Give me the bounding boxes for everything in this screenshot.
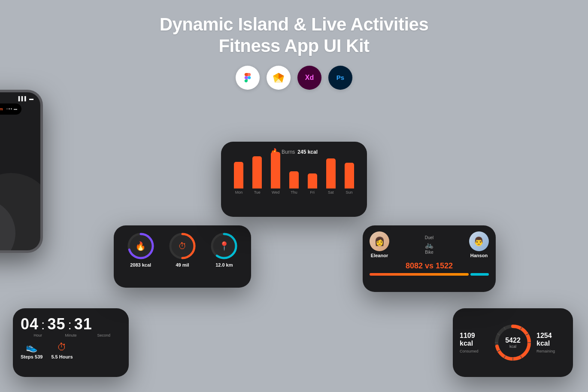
burns-widget: 🔥 Burns 245 kcal MonTueWedThuFriSatSun (221, 142, 367, 217)
timer-sep-2: : (68, 318, 71, 332)
bar-tue (252, 156, 262, 188)
duel-header: 👩 Eleanor Duel 🚲 Bike 👨 Hanson (370, 231, 489, 258)
ring-2: 📍 (210, 232, 238, 260)
circle-val-1: 49 mil (176, 262, 189, 267)
phone-bg (0, 152, 40, 250)
calories-center: 5422 kcal (505, 337, 521, 349)
duel-label: Duel (425, 235, 434, 240)
di-text: 16 m (0, 107, 3, 111)
bar-label-sat: Sat (328, 190, 334, 194)
remaining-side: 1254 kcal Remaining (536, 332, 566, 353)
hour-label: Hour (21, 333, 55, 337)
person2-name: Hanson (470, 253, 488, 258)
di-dot-3 (11, 108, 12, 109)
avatar-eleanor: 👩 (370, 231, 389, 251)
bar-col-fri: Fri (303, 173, 321, 194)
bar-label-sun: Sun (346, 190, 353, 194)
circle-item-1: ⏱ 49 mil (169, 232, 196, 267)
activity-circles-widget: 🔥 2083 kcal ⏱ 49 mil 📍 12.0 km (114, 225, 251, 288)
minute-label: Minute (55, 333, 88, 337)
bar-col-sat: Sat (321, 158, 340, 194)
timer-stats: 👟 Steps 539 ⏱ 5.5 Hours (21, 342, 121, 359)
duel-score: 8082 vs 1522 (370, 261, 489, 270)
duel-progress-bars (370, 273, 489, 276)
calories-ring: 5422 kcal (494, 323, 532, 362)
bar-label-fri: Fri (310, 190, 315, 194)
circle-icon-0: 🔥 (135, 241, 146, 251)
circles-row: 🔥 2083 kcal ⏱ 49 mil 📍 12.0 km (120, 232, 245, 267)
timer-widget: 04 : 35 : 31 Hour Minute Second 👟 Steps … (13, 308, 129, 377)
bar-col-tue: Tue (248, 156, 267, 194)
xd-label: Xd (305, 74, 314, 82)
signal-icon: ▌▌▌ (18, 96, 27, 101)
circle-val-0: 2083 kcal (130, 262, 151, 267)
circle-item-2: 📍 12.0 km (210, 232, 238, 267)
duel-person-2: 👨 Hanson (469, 231, 489, 258)
bar-fri (308, 173, 317, 188)
remaining-label: Remaining (536, 349, 566, 353)
bar-chart: MonTueWedThuFriSatSun (228, 160, 360, 194)
figma-icon (236, 66, 260, 90)
consumed-side: 1109 kcal Consumed (460, 332, 489, 353)
bar-col-wed: Wed (267, 152, 285, 194)
bar-col-sun: Sun (340, 163, 358, 194)
bar-thu (289, 171, 299, 188)
timer-sep-1: : (41, 318, 45, 332)
hours-stat: ⏱ 5.5 Hours (51, 342, 73, 359)
bar-label-thu: Thu (291, 190, 297, 194)
page-title: Dynamic Island & Live Activities Fitness… (0, 0, 588, 57)
hours-icon: ⏱ (57, 342, 67, 353)
status-icons: ▌▌▌ ▬ (18, 96, 33, 101)
ps-label: Ps (336, 74, 344, 81)
tool-icons-row: Xd Ps (0, 66, 588, 90)
second-label: Second (87, 333, 120, 337)
dynamic-island: 16 m ▬ (0, 103, 21, 115)
hours-label: 5.5 Hours (51, 354, 73, 359)
steps-icon: 👟 (26, 342, 37, 353)
duel-sport: Bike (425, 250, 433, 255)
bg-wave-2 (0, 173, 40, 250)
consumed-value: 1109 kcal (460, 332, 489, 347)
duel-score-text: 8082 vs 1522 (406, 261, 453, 270)
timer-minutes: 35 (47, 315, 65, 333)
status-bar: 9:41 ▌▌▌ ▬ (0, 92, 40, 103)
consumed-label: Consumed (460, 349, 489, 353)
ring-0: 🔥 (127, 232, 155, 260)
timer-hours: 04 (21, 315, 39, 333)
duel-bar-player2 (470, 273, 489, 276)
sketch-icon (267, 66, 291, 90)
di-indicators: ▬ (6, 107, 17, 111)
di-dot-2 (9, 108, 10, 109)
circle-val-2: 12.0 km (215, 262, 233, 267)
circle-icon-1: ⏱ (178, 241, 187, 251)
burns-value: 245 kcal (297, 149, 318, 155)
bar-sun (345, 163, 354, 188)
avatar-hanson: 👨 (469, 231, 489, 251)
duel-bar-player1 (370, 273, 469, 276)
duel-person-1: 👩 Eleanor (370, 231, 389, 258)
duel-type-icon: 🚲 (425, 241, 433, 249)
calories-center-num: 5422 (505, 337, 521, 344)
calories-center-unit: kcal (505, 344, 521, 349)
timer-seconds: 31 (74, 315, 92, 333)
bar-label-tue: Tue (254, 190, 261, 194)
circle-item-0: 🔥 2083 kcal (127, 232, 155, 267)
steps-stat: 👟 Steps 539 (21, 342, 42, 359)
center-phone: 9:41 ▌▌▌ ▬ 16 m ▬ (0, 90, 43, 253)
bar-mon (234, 162, 243, 188)
bar-label-mon: Mon (235, 190, 243, 194)
steps-label: Steps 539 (21, 354, 42, 359)
timer-display: 04 : 35 : 31 (21, 315, 121, 333)
remaining-value: 1254 kcal (536, 332, 566, 347)
ring-1: ⏱ (169, 232, 196, 260)
duel-widget: 👩 Eleanor Duel 🚲 Bike 👨 Hanson 8082 vs 1… (363, 225, 496, 292)
ps-icon: Ps (328, 66, 352, 90)
circle-icon-2: 📍 (219, 241, 230, 251)
bar-wed (271, 152, 280, 188)
bar-col-thu: Thu (285, 171, 303, 194)
bar-label-wed: Wed (272, 190, 279, 194)
timer-labels: Hour Minute Second (21, 333, 121, 337)
xd-icon: Xd (297, 66, 321, 90)
di-dot-1 (6, 108, 8, 109)
di-battery: ▬ (14, 107, 17, 111)
